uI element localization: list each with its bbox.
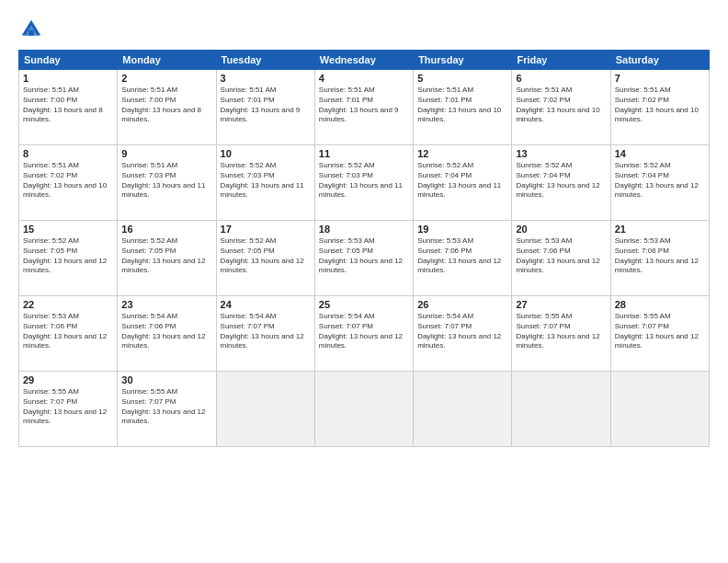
day-info: Sunrise: 5:52 AM Sunset: 7:04 PM Dayligh…: [417, 161, 507, 201]
day-number: 19: [417, 224, 507, 235]
calendar-day-16: 16 Sunrise: 5:52 AM Sunset: 7:05 PM Dayl…: [118, 221, 216, 296]
logo-icon: [18, 17, 44, 42]
day-number: 5: [417, 73, 507, 84]
calendar-day-18: 18 Sunrise: 5:53 AM Sunset: 7:05 PM Dayl…: [314, 221, 413, 296]
day-info: Sunrise: 5:52 AM Sunset: 7:05 PM Dayligh…: [23, 236, 113, 276]
calendar-day-1: 1 Sunrise: 5:51 AM Sunset: 7:00 PM Dayli…: [19, 70, 118, 145]
day-number: 13: [516, 148, 606, 159]
day-number: 10: [221, 148, 311, 159]
calendar-day-22: 22 Sunrise: 5:53 AM Sunset: 7:06 PM Dayl…: [19, 296, 118, 372]
calendar-empty-cell: [512, 372, 610, 447]
day-info: Sunrise: 5:53 AM Sunset: 7:06 PM Dayligh…: [516, 236, 606, 276]
day-info: Sunrise: 5:52 AM Sunset: 7:03 PM Dayligh…: [221, 161, 311, 201]
calendar-day-7: 7 Sunrise: 5:51 AM Sunset: 7:02 PM Dayli…: [610, 70, 709, 145]
day-info: Sunrise: 5:51 AM Sunset: 7:03 PM Dayligh…: [121, 161, 211, 201]
calendar-day-24: 24 Sunrise: 5:54 AM Sunset: 7:07 PM Dayl…: [216, 296, 314, 372]
calendar-day-28: 28 Sunrise: 5:55 AM Sunset: 7:07 PM Dayl…: [610, 296, 709, 372]
calendar-day-13: 13 Sunrise: 5:52 AM Sunset: 7:04 PM Dayl…: [512, 145, 610, 221]
calendar-day-3: 3 Sunrise: 5:51 AM Sunset: 7:01 PM Dayli…: [216, 70, 314, 145]
day-number: 12: [417, 148, 507, 159]
day-number: 27: [516, 299, 606, 310]
calendar-header-row: SundayMondayTuesdayWednesdayThursdayFrid…: [19, 51, 710, 70]
calendar-day-15: 15 Sunrise: 5:52 AM Sunset: 7:05 PM Dayl…: [19, 221, 118, 296]
day-info: Sunrise: 5:54 AM Sunset: 7:07 PM Dayligh…: [221, 312, 311, 351]
day-number: 29: [23, 374, 113, 385]
day-info: Sunrise: 5:51 AM Sunset: 7:02 PM Dayligh…: [516, 86, 606, 125]
day-number: 8: [23, 148, 113, 159]
day-number: 30: [121, 374, 211, 385]
day-info: Sunrise: 5:55 AM Sunset: 7:07 PM Dayligh…: [516, 312, 606, 351]
calendar-day-21: 21 Sunrise: 5:53 AM Sunset: 7:06 PM Dayl…: [610, 221, 709, 296]
calendar-empty-cell: [610, 372, 709, 447]
day-number: 24: [221, 299, 311, 310]
day-number: 11: [319, 148, 409, 159]
page: SundayMondayTuesdayWednesdayThursdayFrid…: [0, 0, 728, 563]
day-info: Sunrise: 5:51 AM Sunset: 7:01 PM Dayligh…: [319, 86, 409, 125]
day-info: Sunrise: 5:55 AM Sunset: 7:07 PM Dayligh…: [121, 387, 211, 427]
day-info: Sunrise: 5:52 AM Sunset: 7:04 PM Dayligh…: [615, 161, 705, 201]
day-number: 20: [516, 224, 606, 235]
day-number: 14: [615, 148, 705, 159]
day-number: 16: [121, 224, 211, 235]
day-info: Sunrise: 5:53 AM Sunset: 7:06 PM Dayligh…: [417, 236, 507, 276]
calendar-week-3: 15 Sunrise: 5:52 AM Sunset: 7:05 PM Dayl…: [19, 221, 710, 296]
calendar-day-11: 11 Sunrise: 5:52 AM Sunset: 7:03 PM Dayl…: [314, 145, 413, 221]
calendar-weekday-friday: Friday: [512, 51, 610, 70]
calendar-empty-cell: [216, 372, 314, 447]
day-info: Sunrise: 5:52 AM Sunset: 7:05 PM Dayligh…: [121, 236, 211, 276]
calendar-day-9: 9 Sunrise: 5:51 AM Sunset: 7:03 PM Dayli…: [118, 145, 216, 221]
day-number: 25: [319, 299, 409, 310]
day-number: 26: [417, 299, 507, 310]
calendar-day-17: 17 Sunrise: 5:52 AM Sunset: 7:05 PM Dayl…: [216, 221, 314, 296]
day-info: Sunrise: 5:53 AM Sunset: 7:06 PM Dayligh…: [23, 312, 113, 351]
day-info: Sunrise: 5:54 AM Sunset: 7:06 PM Dayligh…: [121, 312, 211, 351]
calendar-day-20: 20 Sunrise: 5:53 AM Sunset: 7:06 PM Dayl…: [512, 221, 610, 296]
day-info: Sunrise: 5:51 AM Sunset: 7:02 PM Dayligh…: [615, 86, 705, 125]
day-number: 22: [23, 299, 113, 310]
day-number: 18: [319, 224, 409, 235]
calendar-weekday-sunday: Sunday: [19, 51, 118, 70]
calendar: SundayMondayTuesdayWednesdayThursdayFrid…: [18, 50, 710, 447]
header: [18, 17, 710, 42]
day-info: Sunrise: 5:52 AM Sunset: 7:04 PM Dayligh…: [516, 161, 606, 201]
day-info: Sunrise: 5:51 AM Sunset: 7:01 PM Dayligh…: [417, 86, 507, 125]
calendar-day-26: 26 Sunrise: 5:54 AM Sunset: 7:07 PM Dayl…: [414, 296, 512, 372]
calendar-week-2: 8 Sunrise: 5:51 AM Sunset: 7:02 PM Dayli…: [19, 145, 710, 221]
svg-rect-2: [28, 30, 34, 36]
day-info: Sunrise: 5:54 AM Sunset: 7:07 PM Dayligh…: [319, 312, 409, 351]
day-number: 4: [319, 73, 409, 84]
day-number: 2: [121, 73, 211, 84]
calendar-day-23: 23 Sunrise: 5:54 AM Sunset: 7:06 PM Dayl…: [118, 296, 216, 372]
calendar-day-4: 4 Sunrise: 5:51 AM Sunset: 7:01 PM Dayli…: [314, 70, 413, 145]
day-number: 3: [221, 73, 311, 84]
calendar-week-1: 1 Sunrise: 5:51 AM Sunset: 7:00 PM Dayli…: [19, 70, 710, 145]
day-number: 23: [121, 299, 211, 310]
day-info: Sunrise: 5:51 AM Sunset: 7:02 PM Dayligh…: [23, 161, 113, 201]
day-number: 17: [221, 224, 311, 235]
calendar-weekday-thursday: Thursday: [414, 51, 512, 70]
day-info: Sunrise: 5:53 AM Sunset: 7:06 PM Dayligh…: [615, 236, 705, 276]
calendar-day-8: 8 Sunrise: 5:51 AM Sunset: 7:02 PM Dayli…: [19, 145, 118, 221]
calendar-day-27: 27 Sunrise: 5:55 AM Sunset: 7:07 PM Dayl…: [512, 296, 610, 372]
day-info: Sunrise: 5:54 AM Sunset: 7:07 PM Dayligh…: [417, 312, 507, 351]
calendar-day-2: 2 Sunrise: 5:51 AM Sunset: 7:00 PM Dayli…: [118, 70, 216, 145]
calendar-day-5: 5 Sunrise: 5:51 AM Sunset: 7:01 PM Dayli…: [414, 70, 512, 145]
calendar-day-19: 19 Sunrise: 5:53 AM Sunset: 7:06 PM Dayl…: [414, 221, 512, 296]
day-number: 9: [121, 148, 211, 159]
calendar-weekday-tuesday: Tuesday: [216, 51, 314, 70]
day-info: Sunrise: 5:52 AM Sunset: 7:05 PM Dayligh…: [221, 236, 311, 276]
day-info: Sunrise: 5:52 AM Sunset: 7:03 PM Dayligh…: [319, 161, 409, 201]
day-info: Sunrise: 5:53 AM Sunset: 7:05 PM Dayligh…: [319, 236, 409, 276]
calendar-day-12: 12 Sunrise: 5:52 AM Sunset: 7:04 PM Dayl…: [414, 145, 512, 221]
calendar-day-30: 30 Sunrise: 5:55 AM Sunset: 7:07 PM Dayl…: [118, 372, 216, 447]
calendar-weekday-saturday: Saturday: [610, 51, 709, 70]
day-number: 6: [516, 73, 606, 84]
calendar-weekday-monday: Monday: [118, 51, 216, 70]
day-number: 1: [23, 73, 113, 84]
calendar-weekday-wednesday: Wednesday: [314, 51, 413, 70]
calendar-day-6: 6 Sunrise: 5:51 AM Sunset: 7:02 PM Dayli…: [512, 70, 610, 145]
day-number: 15: [23, 224, 113, 235]
day-number: 7: [615, 73, 705, 84]
day-info: Sunrise: 5:51 AM Sunset: 7:00 PM Dayligh…: [121, 86, 211, 125]
calendar-day-10: 10 Sunrise: 5:52 AM Sunset: 7:03 PM Dayl…: [216, 145, 314, 221]
